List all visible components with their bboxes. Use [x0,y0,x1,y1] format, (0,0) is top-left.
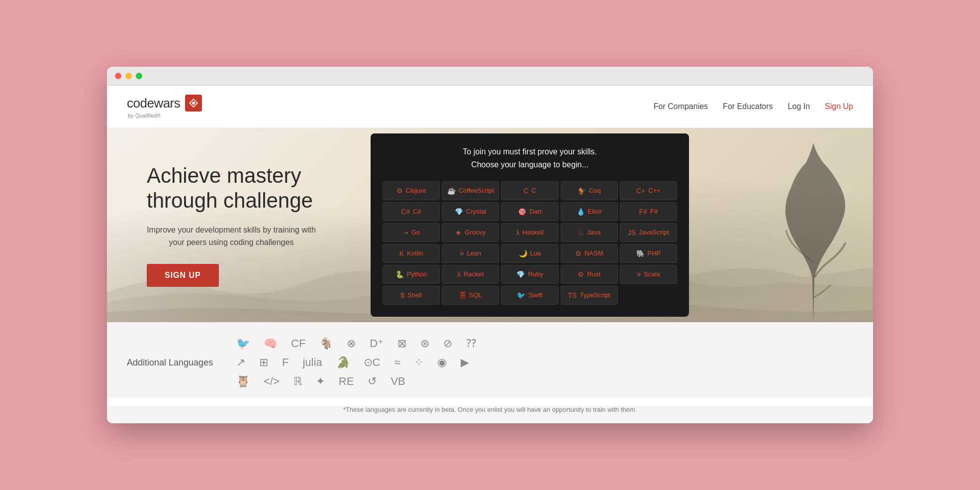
lang-icon-shell: $ [400,291,404,299]
lang-icon-nasm: ⚙ [575,249,582,257]
additional-lang-icon-r3-2[interactable]: ℝ [294,375,302,388]
additional-lang-icon-r2-4[interactable]: 🐊 [336,356,350,369]
lang-icon-coq: 🐓 [578,187,586,195]
additional-lang-icon-r3-5[interactable]: ↺ [368,375,377,388]
lang-btn-go[interactable]: ⇢Go [383,223,440,242]
lang-icon-f#: F# [639,208,647,216]
minimize-dot[interactable] [125,73,132,79]
additional-inner: Additional Languages 🐦🧠CF🐐⊗D⁺⊠⊛⊘⁇ ↗⊞Fjul… [127,337,853,388]
hero-subtitle: Improve your development skills by train… [147,224,316,249]
additional-lang-icon-r3-3[interactable]: ✦ [316,375,325,388]
lang-btn-sql[interactable]: 🗄SQL [442,286,499,305]
lang-icon-rust: ⚙ [578,270,584,278]
lang-icon-java: ♨ [578,229,584,237]
additional-lang-icon-r1-2[interactable]: CF [291,337,305,350]
lang-btn-lean[interactable]: ≡Lean [442,244,499,263]
additional-lang-icon-r2-0[interactable]: ↗ [236,356,245,369]
lang-btn-groovy[interactable]: ★Groovy [442,223,499,242]
lang-icon-c++: C+ [636,187,645,195]
additional-lang-icon-r1-5[interactable]: D⁺ [370,337,384,350]
lang-icon-scala: ≡ [637,270,641,278]
lang-btn-nasm[interactable]: ⚙NASM [561,244,618,263]
lang-icon-c: C [523,187,528,195]
browser-chrome [107,67,873,86]
lang-btn-java[interactable]: ♨Java [561,223,618,242]
additional-lang-icon-r2-6[interactable]: ≈ [394,356,400,369]
hero-title: Achieve masterythrough challenge [147,163,356,214]
lang-btn-coffeescript[interactable]: ☕CoffeeScript [442,181,499,200]
additional-lang-icon-r2-8[interactable]: ◉ [437,356,447,369]
additional-languages-section: Additional Languages 🐦🧠CF🐐⊗D⁺⊠⊛⊘⁇ ↗⊞Fjul… [107,322,873,398]
lang-btn-coq[interactable]: 🐓Coq [561,181,618,200]
lang-icon-crystal: 💎 [455,208,463,216]
maximize-dot[interactable] [136,73,142,79]
lang-icon-coffeescript: ☕ [447,187,456,195]
lang-btn-javascript[interactable]: JSJavaScript [620,223,677,242]
additional-lang-icon-r1-4[interactable]: ⊗ [347,337,356,350]
hero-signup-button[interactable]: SIGN UP [147,264,219,287]
browser-window: codewars by Qualified® For Companies For… [107,67,873,423]
lang-btn-swift[interactable]: 🐦Swift [501,286,558,305]
additional-lang-icon-r2-5[interactable]: ⊙C [364,356,381,369]
additional-lang-icon-r2-7[interactable]: ⁘ [414,356,423,369]
additional-lang-icon-r2-2[interactable]: F [282,356,289,369]
hero-tree-svg [774,138,853,322]
lang-btn-shell[interactable]: $Shell [383,286,440,305]
logo-text: codewars [127,96,180,111]
lang-btn-kotlin[interactable]: KKotlin [383,244,440,263]
lang-icon-python: 🐍 [395,270,404,278]
additional-lang-icon-r3-6[interactable]: VB [391,375,405,388]
lang-btn-dart[interactable]: 🎯Dart [501,202,558,221]
lang-icon-dart: 🎯 [518,208,526,216]
lang-icon-haskell: λ [516,229,519,237]
lang-icon-go: ⇢ [402,229,408,237]
lang-btn-c[interactable]: C+C++ [620,181,677,200]
lang-icon-racket: λ [457,270,461,278]
lang-btn-racket[interactable]: λRacket [442,265,499,284]
additional-lang-icon-r2-3[interactable]: julia [302,356,322,369]
nav-signup[interactable]: Sign Up [825,102,853,111]
lang-btn-ruby[interactable]: 💎Ruby [501,265,558,284]
lang-btn-c[interactable]: C#C# [383,202,440,221]
lang-icon-clojure: ⚙ [396,187,403,195]
additional-lang-icon-r1-8[interactable]: ⊘ [443,337,452,350]
lang-icon-c#: C# [401,208,410,216]
lang-btn-c[interactable]: CC [501,181,558,200]
additional-lang-icon-r1-6[interactable]: ⊠ [397,337,406,350]
additional-lang-icon-r1-9[interactable]: ⁇ [466,337,476,350]
lang-btn-php[interactable]: 🐘PHP [620,244,677,263]
lang-icon-lean: ≡ [460,249,464,257]
lang-btn-lua[interactable]: 🌙Lua [501,244,558,263]
additional-lang-icon-r1-0[interactable]: 🐦 [236,337,250,350]
close-dot[interactable] [115,73,121,79]
additional-lang-icon-r3-0[interactable]: 🦉 [236,375,250,388]
additional-icons: 🐦🧠CF🐐⊗D⁺⊠⊛⊘⁇ ↗⊞Fjulia🐊⊙C≈⁘◉▶ 🦉</>ℝ✦RE↺VB [236,337,853,388]
lang-btn-crystal[interactable]: 💎Crystal [442,202,499,221]
lang-icon-kotlin: K [399,249,404,257]
lang-btn-haskell[interactable]: λHaskell [501,223,558,242]
lang-icon-ruby: 💎 [516,270,525,278]
lang-btn-scala[interactable]: ≡Scala [620,265,677,284]
nav-links: For Companies For Educators Log In Sign … [654,102,853,111]
lang-btn-typescript[interactable]: TSTypeScript [561,286,618,305]
lang-btn-python[interactable]: 🐍Python [383,265,440,284]
nav-for-educators[interactable]: For Educators [723,102,773,111]
additional-languages-title: Additional Languages [127,358,216,368]
lang-btn-rust[interactable]: ⚙Rust [561,265,618,284]
hero-content: Achieve masterythrough challenge Improve… [107,163,356,287]
additional-lang-icon-r3-1[interactable]: </> [264,375,280,388]
additional-lang-icon-r2-1[interactable]: ⊞ [259,356,268,369]
lang-icon-sql: 🗄 [459,291,466,299]
lang-btn-elixir[interactable]: 💧Elixir [561,202,618,221]
additional-lang-icon-r2-9[interactable]: ▶ [461,356,469,369]
nav-for-companies[interactable]: For Companies [654,102,708,111]
lang-btn-clojure[interactable]: ⚙Clojure [383,181,440,200]
additional-lang-icon-r1-1[interactable]: 🧠 [264,337,277,350]
lang-btn-f[interactable]: F#F# [620,202,677,221]
additional-lang-icon-r1-3[interactable]: 🐐 [319,337,333,350]
icons-row-3: 🦉</>ℝ✦RE↺VB [236,375,853,388]
lang-icon-lua: 🌙 [519,249,527,257]
additional-lang-icon-r3-4[interactable]: RE [339,375,354,388]
nav-login[interactable]: Log In [788,102,810,111]
additional-lang-icon-r1-7[interactable]: ⊛ [420,337,429,350]
